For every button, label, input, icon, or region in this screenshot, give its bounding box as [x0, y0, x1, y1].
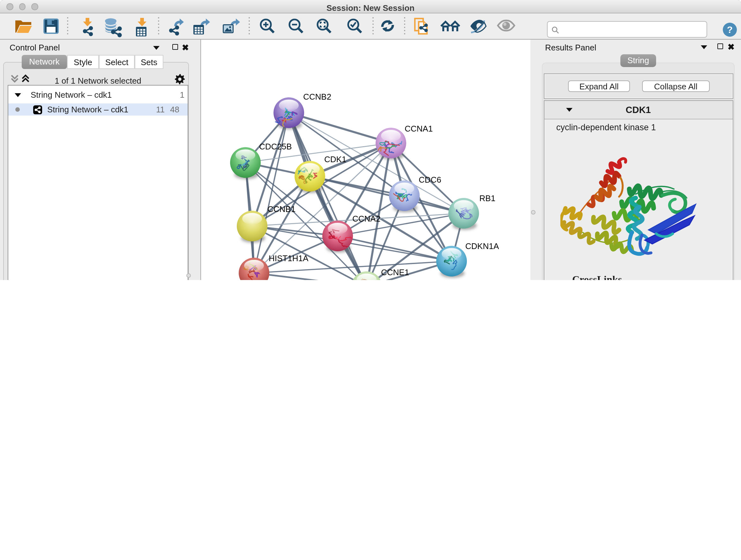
- svg-text:CCNA1: CCNA1: [404, 124, 432, 133]
- svg-text:CCNE1: CCNE1: [381, 267, 409, 277]
- svg-text:CDK1: CDK1: [324, 154, 346, 164]
- svg-text:CDC6: CDC6: [418, 175, 441, 184]
- svg-text:CCNB2: CCNB2: [303, 91, 331, 101]
- svg-text:CCNB1: CCNB1: [267, 204, 295, 213]
- svg-text:?: ?: [727, 24, 733, 35]
- svg-text:CCNA2: CCNA2: [352, 213, 380, 223]
- svg-text:HIST1H1A: HIST1H1A: [268, 253, 308, 263]
- svg-text:CDC25B: CDC25B: [259, 141, 292, 151]
- svg-text:CDKN1A: CDKN1A: [465, 241, 499, 251]
- svg-text:RB1: RB1: [479, 193, 495, 203]
